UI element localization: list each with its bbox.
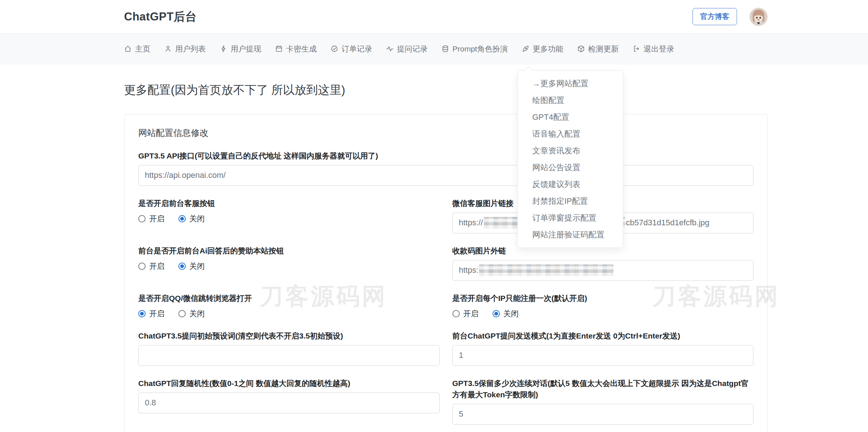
sponsor-on-option[interactable]: 开启 <box>138 261 165 271</box>
main-content: 更多配置(因为首页放不下了 所以放到这里) 网站配置信息修改 GPT3.5 AP… <box>0 64 868 432</box>
person-icon <box>164 45 172 53</box>
nav-label: 卡密生成 <box>286 44 317 54</box>
page-title: 更多配置(因为首页放不下了 所以放到这里) <box>124 83 768 98</box>
nav-label: 用户提现 <box>231 44 261 54</box>
calendar-icon <box>275 45 283 53</box>
radio-on-label: 开启 <box>149 309 165 319</box>
radio-off-label: 关闭 <box>189 261 205 271</box>
nav-item-question-records[interactable]: 提问记录 <box>386 34 428 64</box>
context-count-input[interactable] <box>452 404 754 425</box>
check-circle-icon <box>331 45 338 53</box>
nav-label: Prompt角色扮演 <box>452 44 508 54</box>
customer-service-on-option[interactable]: 开启 <box>138 214 165 224</box>
ip-register-on-option[interactable]: 开启 <box>452 309 479 319</box>
context-count-field: GPT3.5保留多少次连续对话(默认5 数值太大会出现上下文超限提示 因为这是C… <box>452 378 754 425</box>
card-heading: 网站配置信息修改 <box>138 127 753 139</box>
randomness-input[interactable] <box>138 393 440 413</box>
radio-unchecked-icon[interactable] <box>178 310 186 317</box>
dropdown-item-article-publish[interactable]: 文章资讯发布 <box>518 142 623 159</box>
radio-unchecked-icon[interactable] <box>138 215 146 222</box>
nav-label: 用户列表 <box>175 44 206 54</box>
nav-item-home[interactable]: 主页 <box>124 34 150 64</box>
nav-item-user-withdraw[interactable]: 用户提现 <box>220 34 261 64</box>
logout-icon <box>633 45 640 53</box>
radio-checked-icon[interactable] <box>138 310 146 317</box>
radio-off-label: 关闭 <box>189 214 205 224</box>
dropdown-item-more-site-config[interactable]: →更多网站配置 <box>518 75 623 92</box>
database-icon <box>441 45 449 53</box>
context-count-label: GPT3.5保留多少次连续对话(默认5 数值太大会出现上下文超限提示 因为这是C… <box>452 378 754 400</box>
official-blog-button[interactable]: 官方博客 <box>693 8 737 25</box>
nav-label: 更多功能 <box>533 44 563 54</box>
nav-item-user-list[interactable]: 用户列表 <box>164 34 206 64</box>
radio-on-label: 开启 <box>149 261 165 271</box>
qq-jump-off-option[interactable]: 关闭 <box>178 309 205 319</box>
nav-item-logout[interactable]: 退出登录 <box>633 34 674 64</box>
lightning-icon <box>220 45 227 53</box>
customer-service-label: 是否开启前台客服按钮 <box>138 198 440 209</box>
radio-checked-icon[interactable] <box>178 263 186 270</box>
qq-wechat-jump-label: 是否开启QQ/微信跳转浏览器打开 <box>138 293 440 304</box>
ip-register-toggle: 是否开启每个IP只能注册一次(默认开启) 开启 关闭 <box>452 293 754 318</box>
radio-unchecked-icon[interactable] <box>138 263 146 270</box>
main-nav: 主页 用户列表 用户提现 卡密生成 订单记录 提问记录 Prompt角色扮演 更… <box>0 33 868 64</box>
radio-unchecked-icon[interactable] <box>452 310 460 317</box>
dropdown-item-site-announcement[interactable]: 网站公告设置 <box>518 159 623 176</box>
dropdown-item-register-captcha-config[interactable]: 网站注册验证码配置 <box>518 226 623 243</box>
api-endpoint-label: GPT3.5 API接口(可以设置自己的反代地址 这样国内服务器就可以用了) <box>138 150 753 161</box>
avatar[interactable] <box>749 8 768 26</box>
sponsor-button-label: 前台是否开启前台Ai回答后的赞助本站按钮 <box>138 245 440 256</box>
sponsor-button-toggle: 前台是否开启前台Ai回答后的赞助本站按钮 开启 关闭 <box>138 245 440 271</box>
preset-words-label: ChatGPT3.5提问初始预设词(清空则代表不开启3.5初始预设) <box>138 330 440 341</box>
url-prefix: https: <box>459 265 479 275</box>
nav-label: 订单记录 <box>342 44 372 54</box>
ip-register-label: 是否开启每个IP只能注册一次(默认开启) <box>452 293 754 304</box>
dropdown-item-gpt4-config[interactable]: GPT4配置 <box>518 109 623 126</box>
nav-item-prompt-roleplay[interactable]: Prompt角色扮演 <box>441 34 508 64</box>
api-endpoint-field: GPT3.5 API接口(可以设置自己的反代地址 这样国内服务器就可以用了) <box>138 150 753 186</box>
nav-item-order-records[interactable]: 订单记录 <box>331 34 372 64</box>
url-suffix: cb57d31d15d1efcfb.jpg <box>626 218 710 228</box>
avatar-image <box>749 8 768 26</box>
radio-checked-icon[interactable] <box>178 215 186 222</box>
radio-checked-icon[interactable] <box>493 310 500 317</box>
pen-icon <box>522 45 529 53</box>
nav-label: 提问记录 <box>397 44 428 54</box>
ip-register-off-option[interactable]: 关闭 <box>493 309 519 319</box>
dropdown-item-drawing-config[interactable]: 绘图配置 <box>518 92 623 109</box>
qq-wechat-jump-toggle: 是否开启QQ/微信跳转浏览器打开 开启 关闭 <box>138 293 440 318</box>
radio-off-label: 关闭 <box>189 309 205 319</box>
randomness-label: ChatGPT回复随机性(数值0-1之间 数值越大回复的随机性越高) <box>138 378 440 389</box>
dropdown-item-order-popup-config[interactable]: 订单弹窗提示配置 <box>518 210 623 226</box>
url-prefix: https:// <box>459 218 483 228</box>
dropdown-item-feedback-list[interactable]: 反馈建议列表 <box>518 176 623 193</box>
radio-on-label: 开启 <box>463 309 479 319</box>
nav-item-card-key[interactable]: 卡密生成 <box>275 34 317 64</box>
activity-icon <box>386 45 394 53</box>
preset-words-field: ChatGPT3.5提问初始预设词(清空则代表不开启3.5初始预设) <box>138 330 440 366</box>
site-config-card: 网站配置信息修改 GPT3.5 API接口(可以设置自己的反代地址 这样国内服务… <box>124 114 768 432</box>
nav-item-check-update[interactable]: 检测更新 <box>577 34 619 64</box>
payment-qr-input[interactable]: https: <box>452 260 754 281</box>
box-icon <box>577 45 585 53</box>
blurred-region <box>479 264 613 276</box>
home-icon <box>124 45 132 53</box>
app-title: ChatGPT后台 <box>124 9 197 24</box>
nav-label: 检测更新 <box>588 44 619 54</box>
qq-jump-on-option[interactable]: 开启 <box>138 309 165 319</box>
payment-qr-field: 收款码图片外链 https: <box>452 245 754 281</box>
randomness-field: ChatGPT回复随机性(数值0-1之间 数值越大回复的随机性越高) <box>138 378 440 413</box>
dropdown-item-ban-ip-config[interactable]: 封禁指定IP配置 <box>518 193 623 210</box>
send-mode-label: 前台ChatGPT提问发送模式(1为直接Enter发送 0为Ctrl+Enter… <box>452 330 754 341</box>
send-mode-field: 前台ChatGPT提问发送模式(1为直接Enter发送 0为Ctrl+Enter… <box>452 330 754 366</box>
nav-label: 主页 <box>135 44 150 54</box>
sponsor-off-option[interactable]: 关闭 <box>178 261 205 271</box>
more-features-dropdown: →更多网站配置 绘图配置 GPT4配置 语音输入配置 文章资讯发布 网站公告设置… <box>517 70 623 248</box>
send-mode-input[interactable] <box>452 345 754 366</box>
dropdown-item-voice-input-config[interactable]: 语音输入配置 <box>518 126 623 142</box>
nav-item-more-features[interactable]: 更多功能 →更多网站配置 绘图配置 GPT4配置 语音输入配置 文章资讯发布 网… <box>522 34 563 64</box>
customer-service-off-option[interactable]: 关闭 <box>178 214 205 224</box>
api-endpoint-input[interactable] <box>138 165 753 186</box>
nav-label: 退出登录 <box>644 44 674 54</box>
preset-words-input[interactable] <box>138 345 440 366</box>
